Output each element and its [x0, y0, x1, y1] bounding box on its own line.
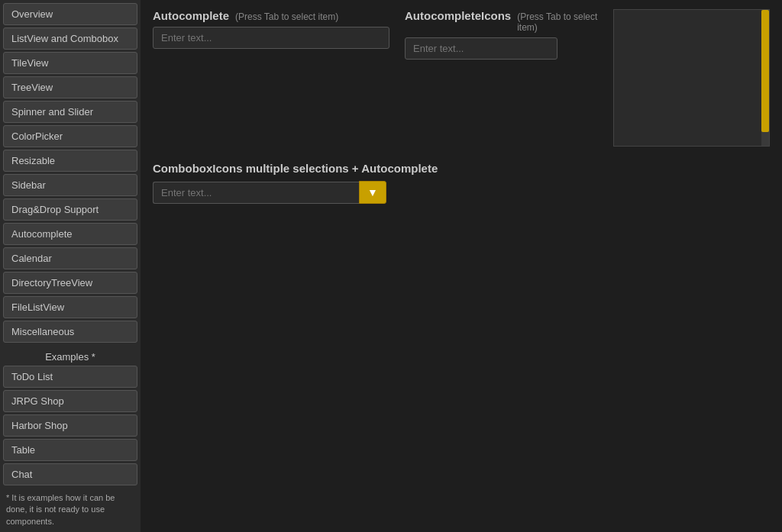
main-content: v1.9.3f1 Autocomplete (Press Tab to sele… — [141, 0, 782, 532]
sidebar-item-5[interactable]: ColorPicker — [3, 125, 137, 147]
autocomplete-icons-title: AutocompleteIcons — [405, 9, 511, 22]
combobox-input-row: ▼ — [153, 181, 770, 204]
autocomplete-panel: Autocomplete (Press Tab to select item) — [153, 9, 389, 49]
combobox-title: ComboboxIcons multiple selections + Auto… — [153, 162, 770, 175]
example-item-2[interactable]: Harbor Shop — [3, 414, 137, 437]
autocomplete-icons-hint: (Press Tab to select item) — [517, 11, 606, 33]
example-item-0[interactable]: ToDo List — [3, 366, 137, 388]
sidebar-item-6[interactable]: Resizable — [3, 150, 137, 172]
combobox-dropdown-icon: ▼ — [367, 186, 378, 198]
example-item-4[interactable]: Chat — [3, 463, 137, 485]
combobox-text-input[interactable] — [153, 182, 359, 204]
example-item-3[interactable]: Table — [3, 439, 137, 461]
sidebar-item-8[interactable]: Drag&Drop Support — [3, 198, 137, 221]
sidebar: OverviewListView and ComboboxTileViewTre… — [0, 0, 141, 532]
autocomplete-title: Autocomplete — [153, 9, 229, 22]
sidebar-item-10[interactable]: Calendar — [3, 247, 137, 269]
sidebar-item-2[interactable]: TileView — [3, 52, 137, 74]
examples-section-label: Examples * — [3, 345, 137, 366]
sidebar-item-4[interactable]: Spinner and Slider — [3, 101, 137, 123]
sidebar-item-1[interactable]: ListView and Combobox — [3, 27, 137, 50]
autocomplete-row: Autocomplete (Press Tab to select item) … — [153, 9, 770, 147]
autocomplete-input[interactable] — [153, 27, 389, 49]
scrollbar-thumb[interactable] — [761, 10, 769, 132]
autocomplete-hint: (Press Tab to select item) — [235, 11, 338, 22]
sidebar-item-13[interactable]: Miscellaneous — [3, 321, 137, 343]
combobox-section: ComboboxIcons multiple selections + Auto… — [153, 162, 770, 204]
autocomplete-icons-input[interactable] — [405, 37, 557, 60]
sidebar-item-11[interactable]: DirectoryTreeView — [3, 272, 137, 294]
autocomplete-icons-panel: AutocompleteIcons (Press Tab to select i… — [405, 9, 606, 60]
sidebar-footer-note: * It is examples how it can be done, it … — [3, 488, 137, 532]
combobox-dropdown-button[interactable]: ▼ — [359, 181, 386, 204]
sidebar-item-0[interactable]: Overview — [3, 3, 137, 25]
sidebar-item-12[interactable]: FileListView — [3, 296, 137, 318]
autocomplete-header: Autocomplete (Press Tab to select item) — [153, 9, 389, 22]
scrollbar-track[interactable] — [761, 10, 769, 146]
sidebar-item-9[interactable]: Autocomplete — [3, 223, 137, 245]
right-panel[interactable] — [613, 9, 770, 147]
example-item-1[interactable]: JRPG Shop — [3, 390, 137, 412]
sidebar-item-7[interactable]: Sidebar — [3, 174, 137, 196]
sidebar-item-3[interactable]: TreeView — [3, 76, 137, 98]
autocomplete-icons-header: AutocompleteIcons (Press Tab to select i… — [405, 9, 606, 33]
